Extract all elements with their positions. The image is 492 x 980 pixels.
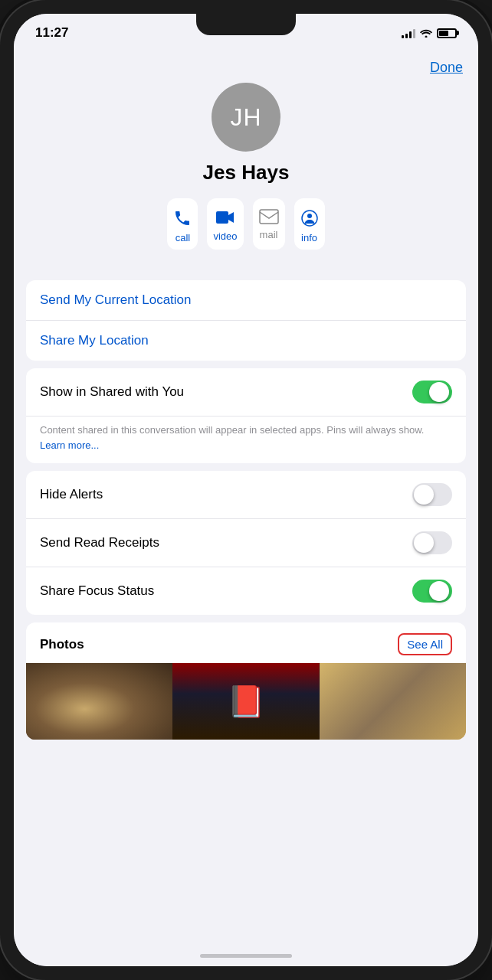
person-circle-icon: [300, 209, 319, 227]
info-action-label: info: [301, 232, 317, 243]
shared-with-you-label: Show in Shared with You: [40, 384, 184, 400]
info-action-button[interactable]: info: [294, 198, 325, 250]
home-bar: [200, 954, 292, 958]
share-focus-status-toggle[interactable]: [412, 580, 452, 603]
share-location-label: Share My Location: [40, 333, 149, 348]
learn-more-link[interactable]: Learn more...: [40, 439, 99, 451]
svg-point-3: [307, 214, 312, 218]
mail-icon: [259, 209, 279, 224]
avatar-initials: JH: [230, 103, 261, 132]
phone-icon: [173, 209, 192, 227]
video-action-label: video: [213, 230, 237, 242]
hide-alerts-toggle[interactable]: [412, 483, 452, 506]
status-icons: [402, 28, 457, 38]
home-indicator: [14, 945, 478, 966]
video-action-button[interactable]: video: [207, 198, 243, 250]
photos-grid: [26, 663, 466, 740]
location-card: Send My Current Location Share My Locati…: [26, 280, 466, 361]
see-all-button[interactable]: See All: [398, 633, 452, 655]
quick-actions: call video: [159, 198, 332, 250]
shared-with-you-row: Show in Shared with You: [26, 368, 466, 416]
svg-rect-1: [260, 210, 278, 224]
svg-rect-0: [216, 211, 228, 224]
photos-section: Photos See All: [26, 622, 466, 740]
shared-with-you-toggle[interactable]: [412, 381, 452, 403]
call-action-label: call: [175, 232, 191, 243]
contact-name: Jes Hays: [203, 161, 290, 185]
photo-thumbnail-2[interactable]: [172, 663, 319, 740]
hide-alerts-toggle-thumb: [414, 485, 434, 505]
shared-with-you-info: Content shared in this conversation will…: [26, 416, 466, 463]
screen: 11:27 Done: [14, 14, 478, 966]
hide-alerts-row: Hide Alerts: [26, 471, 466, 519]
video-icon: [215, 209, 235, 226]
call-action-button[interactable]: call: [167, 198, 198, 250]
photo-thumbnail-3[interactable]: [320, 663, 466, 740]
photos-header: Photos See All: [26, 622, 466, 663]
share-location-row[interactable]: Share My Location: [26, 321, 466, 361]
send-read-receipts-label: Send Read Receipts: [40, 535, 159, 550]
settings-card: Hide Alerts Send Read Receipts Share Foc…: [26, 471, 466, 615]
send-location-label: Send My Current Location: [40, 292, 192, 308]
shared-with-you-info-text: Content shared in this conversation will…: [40, 424, 424, 436]
send-read-receipts-row: Send Read Receipts: [26, 519, 466, 567]
done-button[interactable]: Done: [430, 60, 463, 76]
send-location-row[interactable]: Send My Current Location: [26, 280, 466, 321]
mail-action-button[interactable]: mail: [253, 198, 285, 250]
phone-frame: 11:27 Done: [0, 0, 492, 980]
shared-with-you-card: Show in Shared with You Content shared i…: [26, 368, 466, 463]
send-read-receipts-toggle-thumb: [414, 533, 434, 553]
notch: [196, 14, 296, 35]
battery-icon: [437, 28, 457, 38]
photos-title: Photos: [40, 637, 84, 652]
status-time: 11:27: [35, 25, 68, 41]
content-scroll[interactable]: Done JH Jes Hays call: [14, 52, 478, 945]
share-focus-status-label: Share Focus Status: [40, 583, 154, 599]
toggle-thumb: [429, 382, 449, 402]
avatar: JH: [212, 83, 280, 152]
photo-thumbnail-1[interactable]: [26, 663, 172, 740]
mail-action-label: mail: [260, 229, 278, 240]
share-focus-status-toggle-thumb: [429, 581, 449, 601]
header-section: Done JH Jes Hays call: [14, 52, 478, 280]
send-read-receipts-toggle[interactable]: [412, 531, 452, 554]
signal-bars-icon: [402, 28, 415, 38]
hide-alerts-label: Hide Alerts: [40, 487, 103, 502]
wifi-icon: [420, 28, 432, 38]
share-focus-status-row: Share Focus Status: [26, 567, 466, 615]
